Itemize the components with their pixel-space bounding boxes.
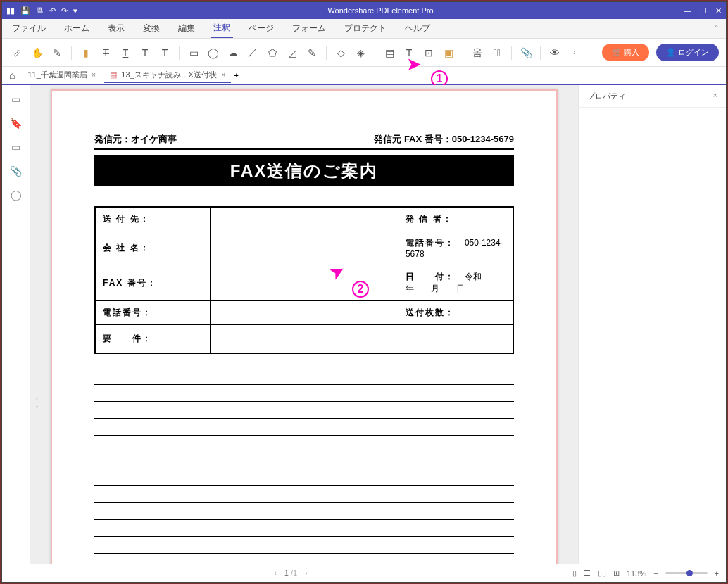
cell-company-value	[211, 231, 398, 265]
properties-panel: プロパティ ×	[578, 85, 726, 564]
maximize-icon[interactable]: ☐	[700, 6, 707, 15]
home-tab-icon[interactable]: ⌂	[9, 70, 15, 81]
pdf-page[interactable]: 発信元：オイケ商事 発信元 FAX 番号：050-1234-5679 FAX送信…	[51, 89, 558, 564]
view-two-icon[interactable]: ▯▯	[598, 569, 606, 578]
tab-label: 13_スキャナ読み…X送付状	[121, 70, 217, 80]
print-icon[interactable]: 🖶	[36, 6, 44, 15]
left-sidebar: ▭ 🔖 ▭ 📎 ◯	[2, 85, 30, 564]
note-tool-icon[interactable]: ▤	[381, 44, 398, 61]
menu-annotate[interactable]: 注釈	[211, 19, 233, 38]
edit-tool-icon[interactable]: ✎	[49, 44, 65, 61]
custom-stamp-tool-icon[interactable]: 옴̤	[489, 44, 506, 61]
cell-date-label: 日 付： 令和 年 月 日	[398, 265, 513, 301]
attachment-tool-icon[interactable]: 📎	[517, 44, 534, 61]
zoom-in-icon[interactable]: +	[715, 569, 719, 578]
cell-subject-label: 要 件：	[95, 325, 211, 353]
cell-sender-label: 発 信 者：	[398, 207, 513, 231]
oval-shape-icon[interactable]: ◯	[205, 44, 222, 61]
memo-line	[94, 368, 514, 385]
cell-company-label: 会 社 名：	[95, 231, 211, 265]
tab-document-1[interactable]: 11_千葉週間業届 ×	[22, 68, 101, 83]
status-bar: ‹ 1 /1 › ▯ ☰ ▯▯ ⊞ 113% − +	[2, 564, 726, 582]
thumbnails-icon[interactable]: ▭	[11, 94, 20, 105]
menu-file[interactable]: ファイル	[9, 20, 49, 37]
eraser2-tool-icon[interactable]: ◈	[352, 44, 369, 61]
hide-annotations-icon[interactable]: 👁	[546, 44, 563, 61]
textbox-tool-icon[interactable]: ⊡	[420, 44, 437, 61]
tab-close-icon[interactable]: ×	[221, 70, 225, 79]
memo-line	[94, 469, 514, 486]
memo-line	[94, 486, 514, 503]
pencil-tool-icon[interactable]: ✎	[303, 44, 320, 61]
cell-fax-label: FAX 番号：	[95, 265, 211, 301]
rectangle-shape-icon[interactable]: ▭	[185, 44, 202, 61]
menu-convert[interactable]: 変換	[140, 20, 163, 37]
highlight-tool-icon[interactable]: ▮	[77, 44, 94, 61]
polygon-shape-icon[interactable]: ⬠	[264, 44, 281, 61]
fields-icon[interactable]: ◯	[11, 189, 22, 201]
document-area: ‹› 発信元：オイケ商事 発信元 FAX 番号：050-1234-5679 FA…	[30, 85, 578, 564]
menu-edit[interactable]: 編集	[175, 20, 198, 37]
page-indicator[interactable]: ‹ 1 /1 ›	[9, 568, 572, 578]
buy-button[interactable]: 🛒 購入	[602, 44, 649, 61]
fax-info-table: 送 付 先： 発 信 者： 会 社 名： 電話番号： 050-1234-5678…	[94, 206, 514, 354]
sender-label: 発信元：オイケ商事	[94, 133, 177, 146]
more-tools-icon[interactable]: ›	[566, 44, 583, 61]
view-two-cont-icon[interactable]: ⊞	[613, 569, 620, 578]
menu-home[interactable]: ホーム	[61, 20, 92, 37]
cell-tel-label: 電話番号：	[95, 301, 211, 325]
tab-document-2[interactable]: ▤ 13_スキャナ読み…X送付状 ×	[104, 68, 231, 83]
eraser-tool-icon[interactable]: ◇	[332, 44, 349, 61]
close-icon[interactable]: ✕	[715, 6, 722, 15]
line-shape-icon[interactable]: ／	[244, 44, 261, 61]
save-icon[interactable]: 💾	[20, 6, 30, 15]
select-tool-icon[interactable]: ⬀	[9, 44, 26, 61]
squiggly-tool-icon[interactable]: T	[137, 44, 153, 61]
memo-line	[94, 503, 514, 520]
cloud-shape-icon[interactable]: ☁	[225, 44, 241, 61]
bookmarks-icon[interactable]: 🔖	[10, 118, 22, 129]
stamp-tool-icon[interactable]: 옴	[469, 44, 486, 61]
doc-header: 発信元：オイケ商事 発信元 FAX 番号：050-1234-5679	[94, 133, 514, 150]
memo-line	[94, 554, 514, 564]
zoom-slider[interactable]	[665, 572, 708, 574]
window-title: Wondershare PDFelement Pro	[77, 6, 684, 15]
login-button[interactable]: 👤 ログイン	[656, 44, 719, 61]
minimize-icon[interactable]: —	[684, 6, 691, 15]
area-highlight-tool-icon[interactable]: ▣	[440, 44, 457, 61]
collapse-ribbon-icon[interactable]: ˄	[715, 24, 719, 33]
undo-icon[interactable]: ↶	[49, 6, 56, 15]
cell-recipient-value	[211, 207, 398, 231]
strikethrough-tool-icon[interactable]: T̶	[97, 44, 114, 61]
attachments-icon[interactable]: 📎	[10, 165, 22, 177]
underline-tool-icon[interactable]: T	[117, 44, 134, 61]
caret-tool-icon[interactable]: T	[156, 44, 173, 61]
connected-lines-icon[interactable]: ◿	[284, 44, 301, 61]
typewriter-tool-icon[interactable]: T	[401, 44, 418, 61]
menu-protect[interactable]: プロテクト	[341, 20, 389, 37]
zoom-out-icon[interactable]: −	[653, 569, 658, 578]
tab-close-icon[interactable]: ×	[92, 70, 96, 79]
menu-form[interactable]: フォーム	[289, 20, 329, 37]
redo-icon[interactable]: ↷	[61, 6, 68, 15]
memo-line	[94, 402, 514, 419]
menu-help[interactable]: ヘルプ	[402, 20, 433, 37]
panel-close-icon[interactable]: ×	[713, 91, 717, 101]
hand-tool-icon[interactable]: ✋	[29, 44, 46, 61]
menu-view[interactable]: 表示	[105, 20, 127, 37]
view-continuous-icon[interactable]: ☰	[584, 569, 591, 578]
memo-line	[94, 537, 514, 554]
title-bar: ▮▮ 💾 🖶 ↶ ↷ ▾ Wondershare PDFelement Pro …	[2, 2, 726, 19]
app-icon: ▮▮	[6, 6, 15, 15]
tab-label: 11_千葉週間業届	[27, 70, 87, 80]
quick-access: ▮▮ 💾 🖶 ↶ ↷ ▾	[6, 6, 77, 15]
new-tab-button[interactable]: +	[234, 71, 238, 80]
menu-page[interactable]: ページ	[246, 20, 277, 37]
comments-icon[interactable]: ▭	[11, 141, 20, 153]
zoom-level[interactable]: 113%	[627, 569, 646, 578]
memo-line	[94, 520, 514, 537]
memo-line	[94, 436, 514, 452]
memo-line	[94, 452, 514, 469]
view-single-icon[interactable]: ▯	[572, 569, 577, 578]
senderfax-label: 発信元 FAX 番号：050-1234-5679	[374, 133, 514, 146]
